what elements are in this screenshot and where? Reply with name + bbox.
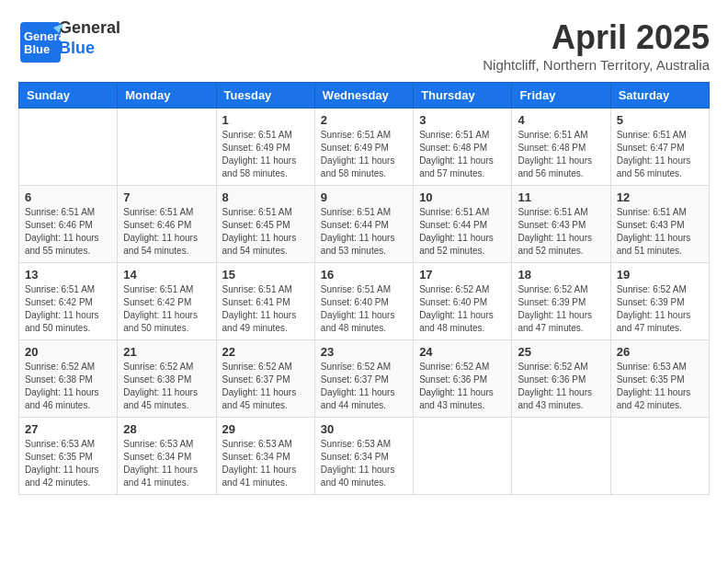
day-header-tuesday: Tuesday <box>216 83 314 109</box>
calendar-cell <box>610 418 709 495</box>
day-info: Sunrise: 6:52 AMSunset: 6:36 PMDaylight:… <box>419 361 506 412</box>
day-number: 6 <box>25 190 111 204</box>
day-number: 17 <box>419 268 506 282</box>
calendar-table: SundayMondayTuesdayWednesdayThursdayFrid… <box>18 82 710 495</box>
calendar-cell: 29Sunrise: 6:53 AMSunset: 6:34 PMDayligh… <box>216 418 314 495</box>
calendar-cell: 7Sunrise: 6:51 AMSunset: 6:46 PMDaylight… <box>118 186 216 263</box>
calendar-week-2: 6Sunrise: 6:51 AMSunset: 6:46 PMDaylight… <box>19 186 710 263</box>
logo-icon: General Blue <box>18 20 55 57</box>
day-number: 1 <box>222 113 309 127</box>
calendar-cell <box>414 418 512 495</box>
calendar-week-3: 13Sunrise: 6:51 AMSunset: 6:42 PMDayligh… <box>19 263 710 340</box>
day-info: Sunrise: 6:52 AMSunset: 6:39 PMDaylight:… <box>617 283 703 335</box>
day-info: Sunrise: 6:52 AMSunset: 6:36 PMDaylight:… <box>518 361 604 412</box>
calendar-cell: 9Sunrise: 6:51 AMSunset: 6:44 PMDaylight… <box>314 186 413 263</box>
day-header-thursday: Thursday <box>414 83 512 109</box>
calendar-cell: 28Sunrise: 6:53 AMSunset: 6:34 PMDayligh… <box>118 418 216 495</box>
logo: General Blue General Blue <box>18 18 120 58</box>
month-title: April 2025 <box>483 18 710 57</box>
calendar-week-4: 20Sunrise: 6:52 AMSunset: 6:38 PMDayligh… <box>19 340 710 418</box>
day-number: 22 <box>222 345 309 359</box>
title-block: April 2025 Nightcliff, Northern Territor… <box>483 18 710 73</box>
calendar-cell: 20Sunrise: 6:52 AMSunset: 6:38 PMDayligh… <box>19 340 118 418</box>
day-info: Sunrise: 6:51 AMSunset: 6:43 PMDaylight:… <box>518 206 604 258</box>
day-header-monday: Monday <box>118 83 216 109</box>
day-number: 5 <box>617 113 703 127</box>
calendar-cell: 15Sunrise: 6:51 AMSunset: 6:41 PMDayligh… <box>216 263 314 340</box>
day-info: Sunrise: 6:51 AMSunset: 6:45 PMDaylight:… <box>222 206 309 258</box>
day-number: 16 <box>321 268 407 282</box>
calendar-cell: 25Sunrise: 6:52 AMSunset: 6:36 PMDayligh… <box>512 340 610 418</box>
day-number: 3 <box>419 113 506 127</box>
calendar-cell: 12Sunrise: 6:51 AMSunset: 6:43 PMDayligh… <box>610 186 709 263</box>
day-number: 27 <box>25 422 111 436</box>
day-info: Sunrise: 6:51 AMSunset: 6:40 PMDaylight:… <box>321 283 407 335</box>
calendar-cell <box>512 418 610 495</box>
day-number: 19 <box>617 268 703 282</box>
day-info: Sunrise: 6:51 AMSunset: 6:42 PMDaylight:… <box>25 283 111 335</box>
calendar-cell: 27Sunrise: 6:53 AMSunset: 6:35 PMDayligh… <box>19 418 118 495</box>
day-number: 20 <box>25 345 111 359</box>
day-info: Sunrise: 6:51 AMSunset: 6:46 PMDaylight:… <box>25 206 111 258</box>
day-number: 21 <box>123 345 210 359</box>
day-info: Sunrise: 6:51 AMSunset: 6:46 PMDaylight:… <box>123 206 210 258</box>
calendar-cell: 24Sunrise: 6:52 AMSunset: 6:36 PMDayligh… <box>414 340 512 418</box>
day-info: Sunrise: 6:53 AMSunset: 6:34 PMDaylight:… <box>222 438 309 489</box>
day-info: Sunrise: 6:52 AMSunset: 6:37 PMDaylight:… <box>222 361 309 412</box>
day-info: Sunrise: 6:51 AMSunset: 6:49 PMDaylight:… <box>222 129 309 180</box>
calendar-cell: 17Sunrise: 6:52 AMSunset: 6:40 PMDayligh… <box>414 263 512 340</box>
day-number: 11 <box>518 190 604 204</box>
day-number: 9 <box>321 190 407 204</box>
calendar-week-1: 1Sunrise: 6:51 AMSunset: 6:49 PMDaylight… <box>19 109 710 186</box>
day-info: Sunrise: 6:51 AMSunset: 6:43 PMDaylight:… <box>617 206 703 258</box>
day-number: 29 <box>222 422 309 436</box>
day-info: Sunrise: 6:52 AMSunset: 6:38 PMDaylight:… <box>123 361 210 412</box>
calendar-cell: 4Sunrise: 6:51 AMSunset: 6:48 PMDaylight… <box>512 109 610 186</box>
calendar-cell: 2Sunrise: 6:51 AMSunset: 6:49 PMDaylight… <box>314 109 413 186</box>
day-header-wednesday: Wednesday <box>314 83 413 109</box>
calendar-cell: 1Sunrise: 6:51 AMSunset: 6:49 PMDaylight… <box>216 109 314 186</box>
day-number: 10 <box>419 190 506 204</box>
day-info: Sunrise: 6:51 AMSunset: 6:48 PMDaylight:… <box>518 129 604 180</box>
day-info: Sunrise: 6:51 AMSunset: 6:44 PMDaylight:… <box>321 206 407 258</box>
calendar-cell <box>118 109 216 186</box>
calendar-cell: 11Sunrise: 6:51 AMSunset: 6:43 PMDayligh… <box>512 186 610 263</box>
day-info: Sunrise: 6:52 AMSunset: 6:38 PMDaylight:… <box>25 361 111 412</box>
day-number: 18 <box>518 268 604 282</box>
day-number: 4 <box>518 113 604 127</box>
calendar-cell: 5Sunrise: 6:51 AMSunset: 6:47 PMDaylight… <box>610 109 709 186</box>
logo-general-text: General <box>59 18 120 39</box>
day-info: Sunrise: 6:52 AMSunset: 6:37 PMDaylight:… <box>321 361 407 412</box>
day-info: Sunrise: 6:51 AMSunset: 6:41 PMDaylight:… <box>222 283 309 335</box>
calendar-week-5: 27Sunrise: 6:53 AMSunset: 6:35 PMDayligh… <box>19 418 710 495</box>
day-number: 8 <box>222 190 309 204</box>
logo-blue-text: Blue <box>59 39 120 59</box>
day-number: 25 <box>518 345 604 359</box>
calendar-cell: 13Sunrise: 6:51 AMSunset: 6:42 PMDayligh… <box>19 263 118 340</box>
day-header-friday: Friday <box>512 83 610 109</box>
calendar-cell: 21Sunrise: 6:52 AMSunset: 6:38 PMDayligh… <box>118 340 216 418</box>
calendar-cell: 3Sunrise: 6:51 AMSunset: 6:48 PMDaylight… <box>414 109 512 186</box>
day-info: Sunrise: 6:51 AMSunset: 6:42 PMDaylight:… <box>123 283 210 335</box>
calendar-cell: 6Sunrise: 6:51 AMSunset: 6:46 PMDaylight… <box>19 186 118 263</box>
day-info: Sunrise: 6:51 AMSunset: 6:44 PMDaylight:… <box>419 206 506 258</box>
calendar-cell: 23Sunrise: 6:52 AMSunset: 6:37 PMDayligh… <box>314 340 413 418</box>
day-info: Sunrise: 6:51 AMSunset: 6:48 PMDaylight:… <box>419 129 506 180</box>
day-info: Sunrise: 6:52 AMSunset: 6:40 PMDaylight:… <box>419 283 506 335</box>
day-number: 28 <box>123 422 210 436</box>
location-subtitle: Nightcliff, Northern Territory, Australi… <box>483 57 710 73</box>
calendar-cell: 19Sunrise: 6:52 AMSunset: 6:39 PMDayligh… <box>610 263 709 340</box>
day-info: Sunrise: 6:51 AMSunset: 6:49 PMDaylight:… <box>321 129 407 180</box>
day-number: 24 <box>419 345 506 359</box>
day-header-sunday: Sunday <box>19 83 118 109</box>
day-info: Sunrise: 6:51 AMSunset: 6:47 PMDaylight:… <box>617 129 703 180</box>
svg-text:Blue: Blue <box>24 42 50 56</box>
calendar-cell: 22Sunrise: 6:52 AMSunset: 6:37 PMDayligh… <box>216 340 314 418</box>
day-number: 30 <box>321 422 407 436</box>
day-header-saturday: Saturday <box>610 83 709 109</box>
calendar-cell: 18Sunrise: 6:52 AMSunset: 6:39 PMDayligh… <box>512 263 610 340</box>
day-info: Sunrise: 6:53 AMSunset: 6:35 PMDaylight:… <box>617 361 703 412</box>
calendar-cell <box>19 109 118 186</box>
day-number: 2 <box>321 113 407 127</box>
day-info: Sunrise: 6:53 AMSunset: 6:35 PMDaylight:… <box>25 438 111 489</box>
